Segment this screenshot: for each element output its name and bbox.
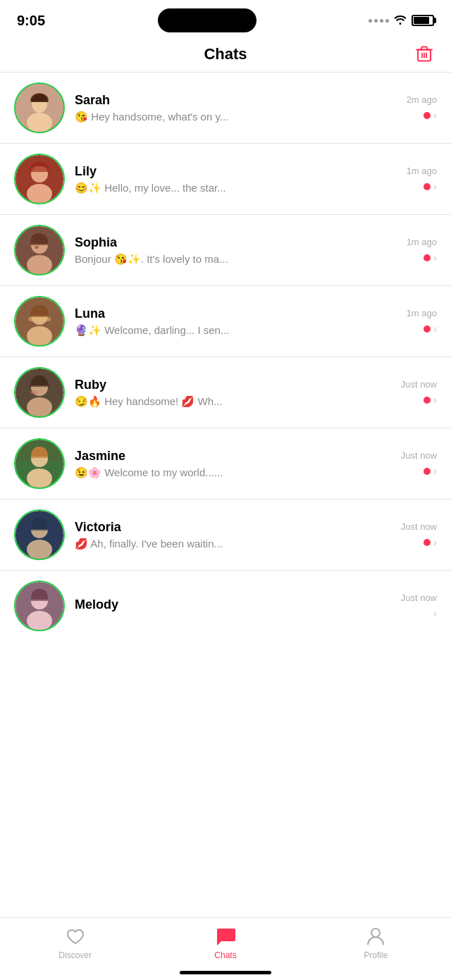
chat-time: 1m ago	[407, 308, 437, 318]
chat-meta: Just now ›	[401, 379, 437, 407]
chat-item-ruby[interactable]: Ruby 😏🔥 Hey handsome! 💋 Wh... Just now ›	[0, 357, 451, 428]
avatar	[14, 509, 65, 560]
chat-item-luna[interactable]: Luna 🔮✨ Welcome, darling... I sen... 1m …	[0, 286, 451, 356]
nav-discover-label: Discover	[58, 950, 92, 960]
chat-content: Lily 😊✨ Hello, my love... the star...	[75, 164, 397, 194]
chat-content: Victoria 💋 Ah, finally. I've been waitin…	[75, 520, 391, 550]
chevron-right-icon: ›	[433, 536, 437, 549]
avatar	[14, 82, 65, 133]
nav-chats[interactable]: Chats	[150, 925, 300, 960]
avatar	[14, 581, 65, 631]
svg-point-9	[27, 255, 52, 274]
chat-list: Sarah 😘 Hey handsome, what's on y... 2m …	[0, 73, 451, 652]
status-pill	[158, 8, 257, 32]
avatar-wrapper	[14, 509, 65, 560]
chat-meta: 2m ago ›	[407, 94, 437, 122]
chat-meta: Just now ›	[401, 521, 437, 549]
status-icons	[369, 13, 434, 28]
chat-item-sarah[interactable]: Sarah 😘 Hey handsome, what's on y... 2m …	[0, 73, 451, 143]
chat-content: Ruby 😏🔥 Hey handsome! 💋 Wh...	[75, 378, 391, 408]
chat-name: Jasmine	[75, 449, 391, 464]
chat-content: Luna 🔮✨ Welcome, darling... I sen...	[75, 306, 397, 337]
unread-dot	[424, 183, 431, 190]
chat-time: Just now	[401, 593, 437, 603]
unread-dot	[424, 112, 431, 119]
wifi-icon	[393, 13, 407, 28]
chat-time: 1m ago	[407, 237, 437, 247]
chat-item-sophia[interactable]: Sophia Bonjour 😘✨. It's lovely to ma... …	[0, 215, 451, 285]
chat-content: Sophia Bonjour 😘✨. It's lovely to ma...	[75, 235, 397, 266]
chat-preview: 😘 Hey handsome, what's on y...	[75, 111, 397, 123]
chat-unread-indicator: ›	[424, 109, 437, 122]
chat-meta: Just now ›	[401, 593, 437, 620]
chat-time: Just now	[401, 450, 437, 461]
svg-point-25	[27, 540, 52, 559]
nav-profile[interactable]: Profile	[301, 925, 451, 960]
svg-point-19	[30, 390, 38, 395]
svg-point-6	[27, 184, 52, 203]
chevron-right-icon: ›	[433, 180, 437, 193]
chat-item-lily[interactable]: Lily 😊✨ Hello, my love... the star... 1m…	[0, 144, 451, 214]
nav-profile-label: Profile	[364, 950, 388, 960]
avatar	[14, 367, 65, 418]
svg-point-3	[27, 113, 52, 132]
chat-meta: 1m ago ›	[407, 166, 437, 193]
avatar-wrapper	[14, 82, 65, 133]
chat-unread-indicator: ›	[424, 536, 437, 549]
chat-unread-indicator: ›	[424, 323, 437, 335]
chat-unread-indicator: ›	[424, 252, 437, 264]
chevron-right-icon: ›	[433, 323, 437, 335]
avatar-wrapper	[14, 154, 65, 204]
svg-point-28	[27, 611, 52, 630]
avatar	[14, 438, 65, 489]
chat-meta: 1m ago ›	[407, 237, 437, 264]
chat-name: Victoria	[75, 520, 391, 535]
chat-preview: 😏🔥 Hey handsome! 💋 Wh...	[75, 395, 391, 408]
chat-content: Melody	[75, 597, 391, 615]
chat-time: Just now	[401, 379, 437, 390]
nav-chats-label: Chats	[214, 950, 236, 960]
svg-point-22	[27, 469, 52, 488]
unread-dot	[424, 325, 431, 333]
chat-content: Jasmine 😉🌸 Welcome to my world......	[75, 449, 391, 479]
avatar	[14, 296, 65, 347]
unread-dot	[424, 539, 431, 546]
nav-discover[interactable]: Discover	[0, 925, 150, 960]
avatar-wrapper	[14, 438, 65, 489]
chat-meta: 1m ago ›	[407, 308, 437, 335]
chevron-right-icon: ›	[433, 109, 437, 122]
heart-icon	[64, 925, 87, 948]
chat-unread-indicator: ›	[424, 394, 437, 407]
chat-preview: 😊✨ Hello, my love... the star...	[75, 182, 397, 194]
chat-name: Ruby	[75, 378, 391, 392]
chat-preview: 😉🌸 Welcome to my world......	[75, 466, 391, 479]
chat-meta: Just now ›	[401, 450, 437, 478]
chevron-right-icon: ›	[433, 607, 437, 620]
avatar-wrapper	[14, 296, 65, 347]
chat-preview: 🔮✨ Welcome, darling... I sen...	[75, 324, 397, 337]
status-time: 9:05	[17, 13, 45, 29]
home-indicator	[180, 971, 271, 974]
chat-name: Lily	[75, 164, 397, 179]
svg-rect-15	[28, 317, 51, 321]
chat-unread-indicator: ›	[433, 607, 437, 620]
page-header: Chats	[0, 38, 451, 72]
chat-preview: Bonjour 😘✨. It's lovely to ma...	[75, 253, 397, 266]
avatar	[14, 225, 65, 275]
chat-item-melody[interactable]: Melody Just now ›	[0, 571, 451, 652]
chevron-right-icon: ›	[433, 394, 437, 407]
chat-time: Just now	[401, 521, 437, 532]
chat-name: Sarah	[75, 93, 397, 108]
chat-item-jasmine[interactable]: Jasmine 😉🌸 Welcome to my world...... Jus…	[0, 428, 451, 499]
chat-item-victoria[interactable]: Victoria 💋 Ah, finally. I've been waitin…	[0, 500, 451, 570]
person-icon	[364, 925, 387, 948]
chat-time: 1m ago	[407, 166, 437, 176]
chat-content: Sarah 😘 Hey handsome, what's on y...	[75, 93, 397, 123]
delete-button[interactable]	[412, 42, 437, 69]
unread-dot	[424, 397, 431, 404]
avatar-wrapper	[14, 581, 65, 631]
avatar-wrapper	[14, 225, 65, 275]
chat-preview: 💋 Ah, finally. I've been waitin...	[75, 538, 391, 550]
chat-time: 2m ago	[407, 94, 437, 105]
page-title: Chats	[204, 45, 247, 63]
